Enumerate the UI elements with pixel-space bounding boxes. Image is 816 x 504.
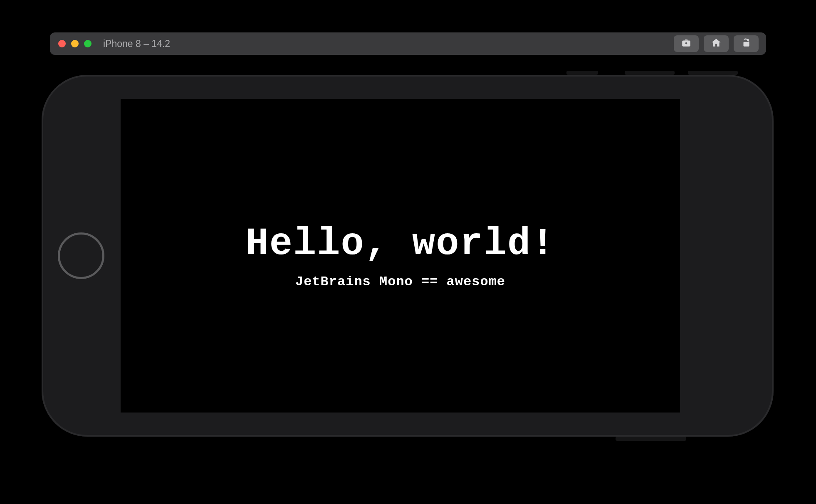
device-screen[interactable]: Hello, world! JetBrains Mono == awesome xyxy=(121,99,680,413)
titlebar-actions xyxy=(674,35,759,52)
rotate-icon xyxy=(741,37,752,50)
svg-rect-2 xyxy=(744,42,749,47)
home-button[interactable] xyxy=(704,35,729,52)
rotate-button[interactable] xyxy=(734,35,759,52)
traffic-lights xyxy=(58,40,91,47)
window-minimize-button[interactable] xyxy=(71,40,79,47)
sub-heading: JetBrains Mono == awesome xyxy=(295,274,505,289)
device-home-button[interactable] xyxy=(58,232,104,279)
screenshot-button[interactable] xyxy=(674,35,699,52)
device-power-button xyxy=(616,437,686,441)
device-volume-down xyxy=(688,71,738,75)
home-icon xyxy=(711,37,722,50)
device-volume-up xyxy=(625,71,675,75)
svg-point-1 xyxy=(685,42,688,45)
window-titlebar: iPhone 8 – 14.2 xyxy=(50,32,766,55)
device-frame: Hello, world! JetBrains Mono == awesome xyxy=(42,75,774,437)
window-title: iPhone 8 – 14.2 xyxy=(103,38,170,49)
window-maximize-button[interactable] xyxy=(84,40,91,47)
main-heading: Hello, world! xyxy=(246,222,555,266)
window-close-button[interactable] xyxy=(58,40,66,47)
device-mute-switch xyxy=(566,71,598,75)
camera-icon xyxy=(681,37,692,50)
